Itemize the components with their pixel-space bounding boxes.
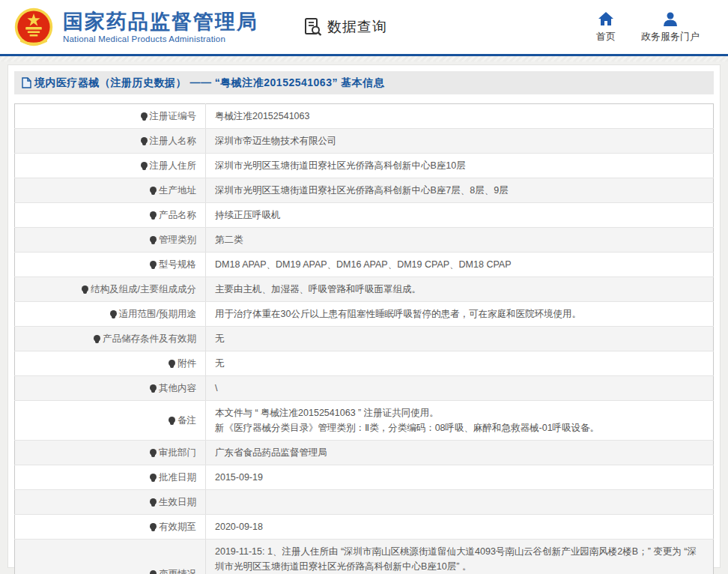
row-label: 生产地址 bbox=[159, 185, 196, 196]
registration-info-table: 注册证编号 粤械注准20152541063 注册人名称 深圳市帝迈生物技术有限公… bbox=[14, 103, 714, 574]
row-value: 第二类 bbox=[206, 228, 714, 253]
table-row: 审批部门 广东省食品药品监督管理局 bbox=[15, 441, 714, 465]
table-row: 附件 无 bbox=[15, 351, 714, 376]
row-label: 注册人名称 bbox=[150, 136, 197, 146]
row-value: 用于治疗体重在30公斤以上患有阻塞性睡眠呼吸暂停的患者，可在家庭和医院环境使用。 bbox=[206, 302, 714, 327]
note-bulb-icon bbox=[150, 384, 157, 391]
table-row: 其他内容 \ bbox=[15, 376, 714, 401]
national-emblem-logo bbox=[13, 7, 54, 47]
row-label: 生效日期 bbox=[159, 497, 196, 507]
note-bulb-icon bbox=[150, 236, 157, 243]
row-value: 深圳市光明区玉塘街道田寮社区光侨路高科创新中心B座7层、8层、9层 bbox=[206, 178, 714, 203]
nav-item-home[interactable]: 首页 bbox=[596, 11, 616, 43]
info-table-body: 注册证编号 粤械注准20152541063 注册人名称 深圳市帝迈生物技术有限公… bbox=[15, 104, 714, 574]
table-row: 备注 本文件与 “ 粤械注准20152541063 ” 注册证共同使用。 新《医… bbox=[15, 401, 714, 441]
site-header: 国家药品监督管理局 National Medical Products Admi… bbox=[0, 0, 728, 54]
document-icon bbox=[22, 77, 31, 88]
row-label: 适用范围/预期用途 bbox=[119, 309, 196, 319]
row-value: 本文件与 “ 粤械注准20152541063 ” 注册证共同使用。 新《医疗器械… bbox=[206, 401, 714, 441]
row-label: 结构及组成/主要组成成分 bbox=[91, 284, 196, 294]
table-row: 结构及组成/主要组成成分 主要由主机、加湿器、呼吸管路和呼吸面罩组成。 bbox=[15, 277, 714, 302]
table-row: 变更情况 2019-11-15: 1、注册人住所由 “深圳市南山区桃源街道留仙大… bbox=[15, 540, 714, 574]
table-row: 适用范围/预期用途 用于治疗体重在30公斤以上患有阻塞性睡眠呼吸暂停的患者，可在… bbox=[15, 302, 714, 327]
note-bulb-icon bbox=[169, 417, 175, 423]
home-icon bbox=[598, 11, 614, 26]
content-card: 境内医疗器械（注册历史数据） —— “粤械注准20152541063” 基本信息… bbox=[7, 64, 721, 568]
row-value: DM18 APAP、DM19 APAP、DM16 APAP、DM19 CPAP、… bbox=[206, 253, 714, 277]
table-row: 管理类别 第二类 bbox=[15, 228, 714, 253]
note-bulb-icon bbox=[150, 187, 157, 193]
brand-subtitle: National Medical Products Administration bbox=[63, 34, 258, 43]
hatch-strip bbox=[0, 56, 728, 61]
brand-block: 国家药品监督管理局 National Medical Products Admi… bbox=[63, 10, 258, 43]
row-value: 2015-09-19 bbox=[206, 465, 714, 490]
row-label: 产品储存条件及有效期 bbox=[103, 333, 196, 344]
table-row: 生效日期 bbox=[15, 490, 714, 515]
row-value: 主要由主机、加湿器、呼吸管路和呼吸面罩组成。 bbox=[206, 277, 714, 302]
row-label: 其他内容 bbox=[159, 383, 196, 393]
table-row: 型号规格 DM18 APAP、DM19 APAP、DM16 APAP、DM19 … bbox=[15, 253, 714, 277]
table-row: 注册人名称 深圳市帝迈生物技术有限公司 bbox=[15, 129, 714, 154]
note-bulb-icon bbox=[141, 137, 148, 144]
row-value: 粤械注准20152541063 bbox=[206, 104, 714, 129]
note-bulb-icon bbox=[141, 112, 148, 119]
row-label: 注册证编号 bbox=[150, 111, 197, 121]
row-value: 深圳市帝迈生物技术有限公司 bbox=[206, 129, 714, 154]
row-value: 广东省食品药品监督管理局 bbox=[206, 441, 714, 465]
table-row: 注册人住所 深圳市光明区玉塘街道田寮社区光侨路高科创新中心B座10层 bbox=[15, 154, 714, 178]
note-bulb-icon bbox=[150, 449, 157, 456]
table-row: 有效期至 2020-09-18 bbox=[15, 515, 714, 540]
row-value: \ bbox=[206, 376, 714, 401]
row-label: 审批部门 bbox=[159, 447, 196, 458]
row-value: 2019-11-15: 1、注册人住所由 “深圳市南山区桃源街道留仙大道4093… bbox=[206, 540, 714, 574]
note-bulb-icon bbox=[141, 162, 148, 169]
row-value: 2020-09-18 bbox=[206, 515, 714, 540]
row-label: 附件 bbox=[178, 358, 196, 369]
note-bulb-icon bbox=[94, 335, 100, 342]
row-value bbox=[206, 490, 714, 515]
brand-title: 国家药品监督管理局 bbox=[63, 10, 258, 33]
table-row: 产品名称 持续正压呼吸机 bbox=[15, 203, 714, 228]
nav-item-portal[interactable]: 政务服务门户 bbox=[641, 11, 700, 43]
note-bulb-icon bbox=[169, 360, 175, 366]
note-bulb-icon bbox=[150, 498, 157, 505]
nav-item-home-label: 首页 bbox=[596, 30, 616, 43]
table-row: 批准日期 2015-09-19 bbox=[15, 465, 714, 490]
row-label: 变更情况 bbox=[159, 569, 196, 574]
row-label: 产品名称 bbox=[159, 210, 196, 220]
nav-item-portal-label: 政务服务门户 bbox=[641, 30, 700, 43]
note-bulb-icon bbox=[110, 310, 117, 317]
header-nav: 首页 政务服务门户 bbox=[596, 11, 715, 43]
table-row: 产品储存条件及有效期 无 bbox=[15, 327, 714, 351]
row-label: 型号规格 bbox=[159, 259, 196, 270]
table-row: 生产地址 深圳市光明区玉塘街道田寮社区光侨路高科创新中心B座7层、8层、9层 bbox=[15, 178, 714, 203]
row-label: 有效期至 bbox=[159, 522, 196, 532]
table-row: 注册证编号 粤械注准20152541063 bbox=[15, 104, 714, 129]
row-value: 持续正压呼吸机 bbox=[206, 203, 714, 228]
row-label: 注册人住所 bbox=[150, 160, 197, 171]
row-label: 批准日期 bbox=[159, 472, 196, 483]
note-bulb-icon bbox=[150, 474, 157, 480]
note-bulb-icon bbox=[150, 211, 157, 218]
data-query-icon bbox=[303, 17, 323, 37]
data-query-label: 数据查询 bbox=[327, 17, 387, 37]
note-bulb-icon bbox=[150, 523, 157, 530]
page-titlebar: 境内医疗器械（注册历史数据） —— “粤械注准20152541063” 基本信息 bbox=[14, 71, 714, 94]
row-value: 无 bbox=[206, 327, 714, 351]
note-bulb-icon bbox=[82, 286, 88, 292]
row-label: 备注 bbox=[178, 415, 196, 426]
row-value: 深圳市光明区玉塘街道田寮社区光侨路高科创新中心B座10层 bbox=[206, 154, 714, 178]
user-icon bbox=[662, 11, 679, 26]
page-title: 境内医疗器械（注册历史数据） —— “粤械注准20152541063” 基本信息 bbox=[34, 76, 384, 90]
row-label: 管理类别 bbox=[159, 235, 196, 245]
data-query-module[interactable]: 数据查询 bbox=[303, 17, 387, 37]
note-bulb-icon bbox=[150, 570, 157, 574]
row-value: 无 bbox=[206, 351, 714, 376]
note-bulb-icon bbox=[150, 261, 157, 268]
